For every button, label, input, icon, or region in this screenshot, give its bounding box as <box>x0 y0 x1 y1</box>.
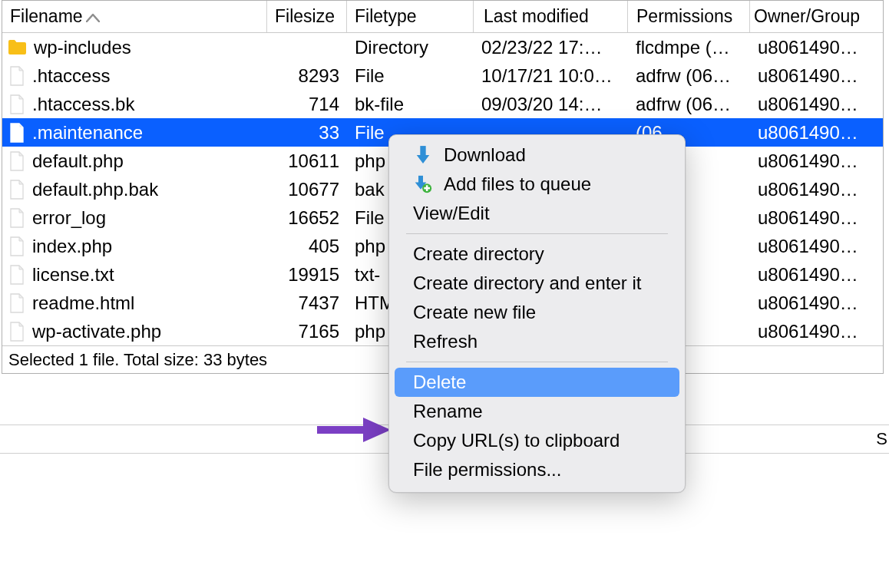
file-name-cell: index.php <box>2 234 267 259</box>
file-owner-cell: u8061490… <box>750 234 883 259</box>
file-icon <box>9 208 25 228</box>
file-name-label: default.php <box>32 150 124 172</box>
file-owner-cell: u8061490… <box>750 92 883 117</box>
download-arrow-icon <box>413 145 433 165</box>
menu-separator <box>406 362 668 362</box>
menu-create-dir-enter-label: Create directory and enter it <box>413 273 641 294</box>
menu-create-dir-label: Create directory <box>413 243 544 265</box>
menu-rename[interactable]: Rename <box>395 397 679 426</box>
file-owner-cell: u8061490… <box>750 291 883 315</box>
file-icon <box>9 293 25 313</box>
file-name-label: .htaccess.bk <box>32 94 134 115</box>
file-size-cell: 7165 <box>267 319 347 344</box>
file-size-cell: 33 <box>267 121 347 145</box>
file-icon <box>9 151 25 171</box>
file-owner-cell: u8061490… <box>750 206 883 230</box>
menu-download[interactable]: Download <box>395 140 679 170</box>
file-row[interactable]: .htaccess.bk 714 bk-file 09/03/20 14:… a… <box>2 90 883 118</box>
file-perm-cell: flcdmpe (… <box>628 35 750 60</box>
file-name-label: readme.html <box>32 292 134 314</box>
file-row[interactable]: .htaccess 8293 File 10/17/21 10:0… adfrw… <box>2 61 883 90</box>
column-header-permissions[interactable]: Permissions <box>628 1 750 32</box>
file-owner-cell: u8061490… <box>750 35 883 60</box>
file-name-cell: .maintenance <box>2 121 267 145</box>
column-header-row: Filename Filesize Filetype Last modified… <box>2 1 883 33</box>
file-size-cell: 8293 <box>267 64 347 88</box>
column-header-filetype[interactable]: Filetype <box>347 1 474 32</box>
file-size-cell: 7437 <box>267 291 347 315</box>
menu-refresh-label: Refresh <box>413 331 478 352</box>
menu-file-permissions[interactable]: File permissions... <box>395 455 679 484</box>
column-header-filename[interactable]: Filename <box>2 1 267 32</box>
menu-separator <box>406 233 668 234</box>
file-name-label: .htaccess <box>32 65 110 87</box>
file-icon <box>9 123 25 143</box>
file-size-cell: 19915 <box>267 263 347 287</box>
file-size-cell: 405 <box>267 234 347 259</box>
file-size-cell: 714 <box>267 92 347 117</box>
file-name-cell: license.txt <box>2 263 267 287</box>
file-icon <box>9 66 25 86</box>
menu-view-edit-label: View/Edit <box>413 203 490 224</box>
file-name-cell: .htaccess <box>2 64 267 88</box>
file-name-cell: error_log <box>2 206 267 230</box>
filename-header-label: Filename <box>10 6 83 27</box>
file-type-cell: Directory <box>347 35 474 60</box>
menu-view-edit[interactable]: View/Edit <box>395 199 679 228</box>
file-size-cell <box>267 46 347 49</box>
file-name-label: default.php.bak <box>32 179 158 200</box>
file-name-cell: .htaccess.bk <box>2 92 267 117</box>
file-owner-cell: u8061490… <box>750 64 883 88</box>
column-header-lastmodified[interactable]: Last modified <box>474 1 628 32</box>
column-header-filesize[interactable]: Filesize <box>267 1 347 32</box>
file-name-label: error_log <box>32 207 106 229</box>
file-name-label: wp-includes <box>34 37 131 58</box>
sort-ascending-icon <box>86 6 100 27</box>
file-perm-cell: adfrw (06… <box>628 92 750 117</box>
folder-icon <box>8 39 27 55</box>
file-name-cell: readme.html <box>2 291 267 315</box>
file-name-cell: wp-activate.php <box>2 319 267 344</box>
file-lastmod-cell <box>474 131 628 134</box>
annotation-arrow-icon <box>317 414 392 446</box>
menu-delete[interactable]: Delete <box>395 368 679 397</box>
file-name-label: wp-activate.php <box>32 321 161 342</box>
file-owner-cell: u8061490… <box>750 319 883 344</box>
svg-rect-1 <box>418 176 423 183</box>
menu-delete-label: Delete <box>413 372 466 393</box>
menu-add-queue[interactable]: Add files to queue <box>395 170 679 199</box>
menu-add-queue-label: Add files to queue <box>444 173 591 195</box>
column-header-owner[interactable]: Owner/Group <box>750 1 883 32</box>
file-icon <box>9 236 25 256</box>
file-type-cell: File <box>347 64 474 88</box>
file-lastmod-cell: 02/23/22 17:… <box>474 35 628 60</box>
file-type-cell: bk-file <box>347 92 474 117</box>
menu-file-perm-label: File permissions... <box>413 459 561 481</box>
file-name-cell: wp-includes <box>2 35 267 60</box>
file-name-label: .maintenance <box>32 122 143 144</box>
menu-create-file-label: Create new file <box>413 302 536 323</box>
file-icon <box>9 322 25 342</box>
menu-create-directory[interactable]: Create directory <box>395 239 679 269</box>
svg-rect-4 <box>424 187 430 190</box>
file-perm-cell: adfrw (06… <box>628 64 750 88</box>
file-owner-cell: u8061490… <box>750 149 883 173</box>
status-text: Selected 1 file. Total size: 33 bytes <box>8 350 267 370</box>
menu-copy-url-label: Copy URL(s) to clipboard <box>413 430 620 451</box>
file-lastmod-cell: 10/17/21 10:0… <box>474 64 628 88</box>
file-row[interactable]: wp-includes Directory 02/23/22 17:… flcd… <box>2 33 883 61</box>
file-name-label: license.txt <box>32 264 114 286</box>
menu-copy-url[interactable]: Copy URL(s) to clipboard <box>395 426 679 455</box>
file-lastmod-cell: 09/03/20 14:… <box>474 92 628 117</box>
file-owner-cell: u8061490… <box>750 263 883 287</box>
menu-create-file[interactable]: Create new file <box>395 298 679 327</box>
file-name-cell: default.php.bak <box>2 177 267 202</box>
menu-refresh[interactable]: Refresh <box>395 327 679 356</box>
menu-rename-label: Rename <box>413 401 483 422</box>
file-size-cell: 10611 <box>267 149 347 173</box>
menu-download-label: Download <box>444 144 526 166</box>
menu-create-directory-enter[interactable]: Create directory and enter it <box>395 269 679 298</box>
file-name-label: index.php <box>32 236 112 257</box>
bottom-letter: S <box>876 429 887 449</box>
file-owner-cell: u8061490… <box>750 121 883 145</box>
